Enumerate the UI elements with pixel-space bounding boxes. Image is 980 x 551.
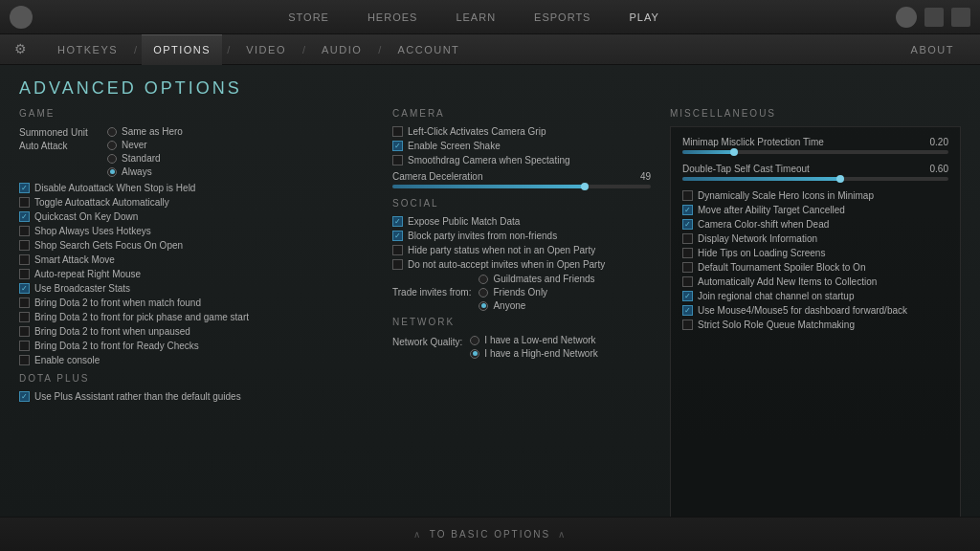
decel-label: Camera Deceleration — [392, 171, 483, 182]
cb-tournament-spoiler-box — [682, 262, 693, 273]
trade-options: Guildmates and Friends Friends Only Anyo… — [479, 274, 594, 311]
cb-strict-solo[interactable]: Strict Solo Role Queue Matchmaking — [682, 320, 948, 330]
cb-toggle-autoattack-box — [19, 197, 30, 208]
cb-dota-pickphase[interactable]: Bring Dota 2 to front for pick phase and… — [19, 312, 373, 322]
radio-friends-only[interactable]: Friends Only — [479, 287, 594, 298]
minimap-label: Minimap Misclick Protection Time — [682, 137, 824, 147]
cb-left-click-camera-box — [392, 126, 403, 137]
page-title: ADVANCED OPTIONS — [0, 65, 980, 104]
top-nav-store[interactable]: STORE — [288, 11, 329, 23]
cb-dota-unpaused[interactable]: Bring Dota 2 to front when unpaused — [19, 326, 373, 337]
cb-scale-hero-icons-box — [682, 190, 693, 201]
network-quality-label: Network Quality: — [392, 335, 462, 347]
cb-shop-search[interactable]: Shop Search Gets Focus On Open — [19, 240, 373, 251]
cb-shop-hotkeys-box — [19, 226, 30, 236]
cb-expose-match-box — [392, 216, 403, 227]
radio-dot-standard — [107, 154, 117, 164]
cb-dota-matchfound[interactable]: Bring Dota 2 to front when match found — [19, 298, 373, 308]
cb-strict-solo-box — [682, 320, 693, 330]
doubletap-slider[interactable] — [682, 177, 948, 181]
nav-account[interactable]: ACCOUNT — [386, 34, 471, 65]
top-nav-play[interactable]: PLAY — [629, 11, 658, 23]
dota-plus-title: DOTA PLUS — [19, 373, 373, 384]
cb-enable-console[interactable]: Enable console — [19, 355, 373, 365]
cb-smoothdrag[interactable]: Smoothdrag Camera when Spectating — [392, 155, 651, 165]
cb-smart-attack-box — [19, 254, 30, 265]
minimap-slider[interactable] — [682, 150, 948, 154]
cb-display-network-box — [682, 233, 693, 244]
cb-quickcast[interactable]: Quickcast On Key Down — [19, 211, 373, 222]
radio-dot-low — [470, 336, 479, 345]
nav-hotkeys[interactable]: HOTKEYS — [46, 34, 129, 65]
cb-plus-assistant[interactable]: Use Plus Assistant rather than the defau… — [19, 391, 373, 402]
cb-scale-hero-icons[interactable]: Dynamically Scale Hero Icons in Minimap — [682, 190, 948, 201]
user-avatar[interactable] — [896, 7, 917, 28]
cb-tournament-spoiler[interactable]: Default Tournament Spoiler Block to On — [682, 262, 948, 273]
cb-shop-hotkeys[interactable]: Shop Always Uses Hotkeys — [19, 226, 373, 236]
nav-sep-1: / — [134, 44, 137, 55]
minimap-fill — [682, 150, 736, 154]
radio-low-end[interactable]: I have a Low-end Network — [470, 335, 597, 345]
cb-join-regional-chat[interactable]: Join regional chat channel on startup — [682, 291, 948, 301]
cb-no-auto-accept[interactable]: Do not auto-accept invites when in Open … — [392, 259, 651, 270]
doubletap-slider-container: Double-Tap Self Cast Timeout 0.60 — [682, 164, 948, 181]
camera-section-title: CAMERA — [392, 108, 651, 119]
nav-video[interactable]: VIDEO — [234, 34, 298, 65]
top-nav-esports[interactable]: ESPORTS — [534, 11, 590, 23]
cb-expose-match[interactable]: Expose Public Match Data — [392, 216, 651, 227]
misc-section-title: MISCELLANEOUS — [670, 108, 961, 119]
nav-about[interactable]: ABOUT — [900, 34, 966, 65]
top-nav: STORE HEROES LEARN ESPORTS PLAY — [52, 11, 896, 23]
dota-logo — [10, 6, 33, 29]
cb-left-click-camera[interactable]: Left-Click Activates Camera Grip — [392, 126, 651, 137]
cb-join-regional-chat-box — [682, 291, 693, 301]
radio-standard[interactable]: Standard — [107, 153, 183, 164]
to-basic-btn[interactable]: ∧ TO BASIC OPTIONS ∧ — [413, 529, 567, 540]
radio-dot-guildmates — [479, 275, 488, 284]
decel-row: Camera Deceleration 49 — [392, 171, 651, 182]
gear-icon: ⚙ — [14, 41, 32, 58]
nav-audio[interactable]: AUDIO — [310, 34, 373, 65]
cb-broadcaster[interactable]: Use Broadcaster Stats — [19, 283, 373, 294]
cb-mouse4-mouse5-box — [682, 305, 693, 316]
nav-sep-2: / — [227, 44, 230, 55]
cb-disable-autoattack[interactable]: Disable Autoattack When Stop is Held — [19, 183, 373, 193]
cb-dota-readychecks[interactable]: Bring Dota 2 to front for Ready Checks — [19, 341, 373, 351]
radio-dot-never — [107, 141, 117, 150]
top-nav-learn[interactable]: LEARN — [456, 11, 496, 23]
to-basic-label: TO BASIC OPTIONS — [430, 529, 550, 540]
minimap-value: 0.20 — [930, 137, 948, 147]
cb-screen-shake[interactable]: Enable Screen Shake — [392, 141, 651, 151]
cb-move-after-ability[interactable]: Move after Ability Target Cancelled — [682, 205, 948, 215]
nav-options[interactable]: OPTIONS — [142, 34, 222, 65]
summoned-unit-group: Summoned Unit Auto Attack Same as Hero N… — [19, 126, 373, 177]
cb-auto-repeat[interactable]: Auto-repeat Right Mouse — [19, 269, 373, 279]
radio-never[interactable]: Never — [107, 140, 183, 150]
cb-hide-tips[interactable]: Hide Tips on Loading Screens — [682, 248, 948, 258]
radio-always[interactable]: Always — [107, 166, 183, 177]
cb-toggle-autoattack[interactable]: Toggle Autoattack Automatically — [19, 197, 373, 208]
radio-anyone[interactable]: Anyone — [479, 300, 594, 311]
cb-display-network[interactable]: Display Network Information — [682, 233, 948, 244]
minimap-thumb — [730, 148, 738, 156]
cb-camera-colorshift[interactable]: Camera Color-shift when Dead — [682, 219, 948, 230]
cb-auto-add-items[interactable]: Automatically Add New Items to Collectio… — [682, 276, 948, 287]
cb-move-after-ability-box — [682, 205, 693, 215]
summoned-unit-label: Summoned Unit Auto Attack — [19, 126, 96, 153]
cb-disable-autoattack-box — [19, 183, 30, 193]
radio-guildmates[interactable]: Guildmates and Friends — [479, 274, 594, 284]
cb-smart-attack[interactable]: Smart Attack Move — [19, 254, 373, 265]
main-content: ADVANCED OPTIONS GAME Summoned Unit Auto… — [0, 65, 980, 517]
camera-decel-slider[interactable] — [392, 185, 651, 188]
top-nav-heroes[interactable]: HEROES — [368, 11, 417, 23]
radio-high-end[interactable]: I have a High-end Network — [470, 348, 597, 359]
radio-same-as-hero[interactable]: Same as Hero — [107, 126, 183, 137]
cb-hide-party[interactable]: Hide party status when not in an Open Pa… — [392, 245, 651, 255]
radio-dot-anyone — [479, 301, 488, 311]
notification-icon[interactable] — [924, 8, 944, 27]
cb-mouse4-mouse5[interactable]: Use Mouse4/Mouse5 for dashboard forward/… — [682, 305, 948, 316]
doubletap-value: 0.60 — [930, 164, 948, 174]
trade-label: Trade invites from: — [392, 287, 471, 298]
cb-block-party[interactable]: Block party invites from non-friends — [392, 231, 651, 241]
settings-icon[interactable] — [951, 8, 970, 27]
